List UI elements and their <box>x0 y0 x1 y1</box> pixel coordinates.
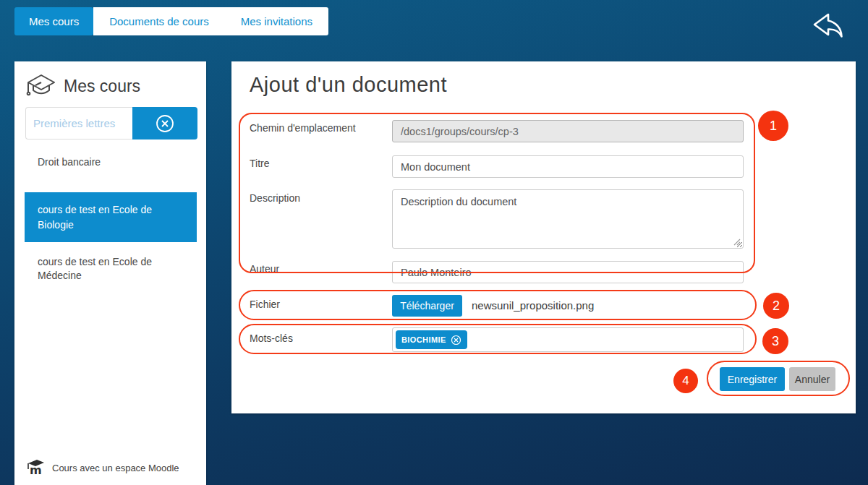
keywords-field[interactable]: BIOCHIMIE <box>392 327 744 352</box>
course-search-input[interactable] <box>25 107 132 140</box>
sidebar-courses-panel: Mes cours Droit bancaire cours de test e… <box>14 61 206 485</box>
keyword-tag: BIOCHIMIE <box>396 330 467 349</box>
clear-search-button[interactable] <box>132 107 197 140</box>
tab-bar-rest: Documents de cours Mes invitations <box>93 7 328 35</box>
circle-x-icon <box>154 113 176 134</box>
save-button[interactable]: Enregistrer <box>720 367 785 391</box>
path-label: Chemin d'emplacement <box>250 122 356 134</box>
sidebar-footer: m Cours avec un espace Moodle <box>25 459 179 476</box>
tab-mes-invitations[interactable]: Mes invitations <box>225 7 328 35</box>
cancel-button[interactable]: Annuler <box>789 367 835 391</box>
remove-tag-icon[interactable] <box>451 335 461 345</box>
keywords-label: Mots-clés <box>250 332 293 344</box>
course-item-biologie-selected[interactable]: cours de test en Ecole de Biologie <box>25 192 197 242</box>
page-title: Ajout d'un document <box>250 73 447 97</box>
title-label: Titre <box>250 158 269 169</box>
tab-documents-de-cours[interactable]: Documents de cours <box>93 7 225 35</box>
sidebar-header: Mes cours <box>26 73 140 99</box>
top-tab-bar: Mes cours Documents de cours Mes invitat… <box>14 7 328 35</box>
add-document-panel: Ajout d'un document Chemin d'emplacement… <box>231 61 856 413</box>
app-background: Mes cours Documents de cours Mes invitat… <box>0 0 868 485</box>
keyword-tag-label: BIOCHIMIE <box>401 335 446 344</box>
sidebar-title: Mes cours <box>64 77 140 96</box>
author-label: Auteur <box>250 263 279 275</box>
path-field <box>392 120 744 142</box>
file-label: Fichier <box>250 299 280 310</box>
title-field[interactable] <box>392 155 744 178</box>
uploaded-filename: newsunil_proposition.png <box>472 299 594 312</box>
svg-text:m: m <box>30 463 42 476</box>
moodle-logo-icon: m <box>25 459 47 476</box>
course-search-group <box>25 107 197 140</box>
course-item-medecine[interactable]: cours de test en Ecole de Médecine <box>14 255 206 283</box>
course-item-droit-bancaire[interactable]: Droit bancaire <box>14 155 206 169</box>
description-field[interactable]: Description du document <box>392 189 744 249</box>
sidebar-footer-label: Cours avec un espace Moodle <box>52 463 179 473</box>
description-label: Description <box>250 192 300 204</box>
back-arrow-icon[interactable] <box>807 9 843 40</box>
graduation-cap-icon <box>26 73 56 99</box>
author-field[interactable] <box>392 261 744 283</box>
tab-mes-cours[interactable]: Mes cours <box>14 7 93 35</box>
upload-button[interactable]: Télécharger <box>392 295 462 317</box>
